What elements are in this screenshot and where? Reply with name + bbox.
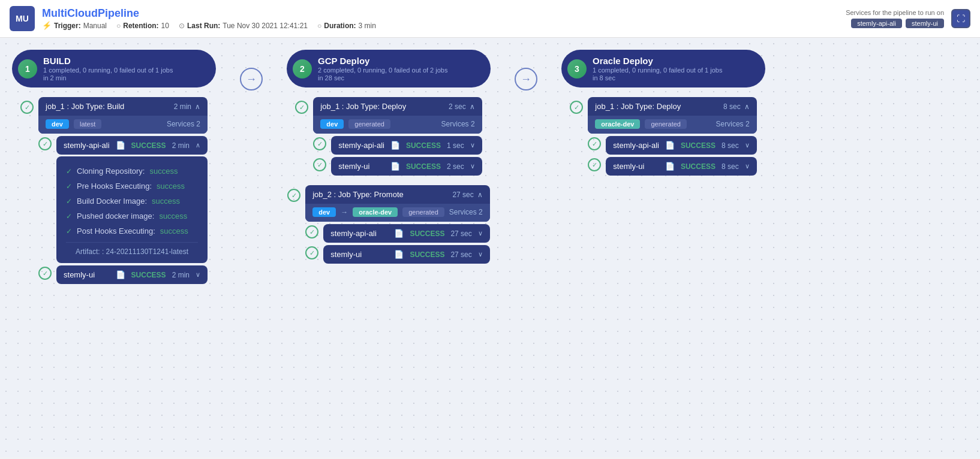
detail-check-icon: ✓ (66, 167, 72, 176)
job-tags: dev→oracle-devgenerated Services 2 (305, 204, 490, 222)
status-time: 2 min (172, 271, 190, 279)
pipeline-meta: ⚡ Trigger: Manual ○ Retention: 10 ⊙ Last… (42, 21, 838, 30)
status-time: 8 sec (722, 141, 739, 150)
retention-meta: ○ Retention: 10 (116, 22, 169, 30)
job-header: job_1 : Job Type: Deploy 2 sec ∧ (313, 97, 482, 116)
services-count: Services 2 (449, 208, 483, 216)
tag-latest: latest (74, 119, 101, 129)
avatar: MU (10, 6, 35, 31)
stage-name: GCP Deploy (318, 56, 447, 66)
service-row: stemly-api-ali 📄 SUCCESS 8 sec ∨ (606, 136, 756, 155)
job-card: job_2 : Job Type: Promote 27 sec ∧ dev→o… (305, 185, 490, 222)
detail-value: success (159, 212, 187, 221)
job-check-circle: ✓ (570, 101, 583, 114)
status-time: 8 sec (722, 162, 739, 171)
job-controls: 27 sec ∧ (452, 191, 482, 199)
stage-header: 1 BUILD 1 completed, 0 running, 0 failed… (12, 50, 216, 87)
tag-dev: dev (320, 119, 344, 129)
stage-arrow: → (515, 50, 537, 90)
services-count: Services 2 (167, 120, 200, 128)
artifact-row: Artifact: : 24-20211130T1241-latest (66, 242, 198, 256)
detail-value: success (149, 167, 178, 176)
job-time: 8 sec (723, 102, 741, 111)
status-time: 1 sec (447, 141, 464, 150)
job-chevron-icon[interactable]: ∧ (470, 102, 475, 111)
check-circle: ✓ (305, 246, 318, 259)
check-circle: ✓ (305, 225, 318, 238)
service-tag-api: stemly-api-ali (851, 19, 902, 28)
tag-oracle-dev: oracle-dev (353, 207, 398, 217)
chevron-icon[interactable]: ∨ (478, 250, 483, 258)
stage-column: 3 Oracle Deploy 1 completed, 0 running, … (561, 50, 765, 176)
job-tags: oracle-devgenerated Services 2 (588, 116, 756, 134)
last-run-meta: ⊙ Last Run: Tue Nov 30 2021 12:41:21 (179, 22, 308, 30)
service-row: stemly-ui 📄 SUCCESS 8 sec ∨ (606, 157, 756, 176)
stage-info: BUILD 1 completed, 0 running, 0 failed o… (43, 56, 173, 81)
detail-label: Pre Hooks Executing: (77, 182, 152, 191)
job-chevron-icon[interactable]: ∧ (195, 102, 200, 111)
fullscreen-button[interactable]: ⛶ (951, 9, 970, 28)
stage-desc2: in 2 min (43, 74, 173, 81)
status-time: 27 sec (450, 230, 471, 238)
page-header: MU MultiCloudPipeline ⚡ Trigger: Manual … (0, 0, 980, 38)
chevron-icon[interactable]: ∨ (745, 141, 750, 149)
job-chevron-icon[interactable]: ∧ (744, 102, 750, 111)
status-success: SUCCESS (410, 250, 444, 259)
check-circle: ✓ (313, 137, 326, 150)
status-success: SUCCESS (406, 141, 441, 150)
service-row: stemly-api-ali 📄 SUCCESS 2 min ∧ (56, 136, 208, 155)
job-title: job_1 : Job Type: Build (46, 102, 124, 111)
service-name: stemly-api-ali (338, 141, 384, 150)
job-tags: devgenerated Services 2 (313, 116, 482, 134)
stage-desc: 1 completed, 0 running, 0 failed out of … (593, 67, 722, 74)
chevron-icon[interactable]: ∨ (470, 162, 475, 170)
service-name: stemly-api-ali (613, 141, 659, 150)
job-controls: 2 sec ∧ (449, 102, 475, 111)
job-tags: devlatest Services 2 (38, 116, 208, 134)
service-row: stemly-ui 📄 SUCCESS 27 sec ∨ (323, 245, 490, 264)
tag-generated: generated (645, 119, 687, 129)
job-chevron-icon[interactable]: ∧ (477, 191, 483, 199)
services-header: Services for the pipeline to run on stem… (846, 9, 944, 28)
header-info: MultiCloudPipeline ⚡ Trigger: Manual ○ R… (42, 7, 838, 30)
job-title: job_1 : Job Type: Deploy (320, 102, 406, 111)
status-success: SUCCESS (681, 162, 716, 171)
detail-row: ✓ Build Docker Image: success (66, 194, 198, 209)
job-card: job_1 : Job Type: Build 2 min ∧ devlates… (38, 97, 208, 134)
service-tag-ui: stemly-ui (906, 19, 944, 28)
status-success: SUCCESS (131, 141, 166, 150)
check-circle: ✓ (38, 137, 52, 150)
stage-desc2: in 28 sec (318, 74, 447, 81)
chevron-icon[interactable]: ∨ (470, 141, 475, 149)
stage-column: 2 GCP Deploy 2 completed, 0 running, 0 f… (287, 50, 491, 264)
stage-num: 1 (18, 59, 37, 78)
file-icon: 📄 (390, 141, 400, 150)
stage-name: Oracle Deploy (593, 56, 722, 66)
chevron-icon[interactable]: ∨ (745, 162, 750, 170)
tag-oracle-dev: oracle-dev (595, 119, 640, 129)
job-title: job_2 : Job Type: Promote (312, 190, 404, 199)
chevron-icon[interactable]: ∧ (196, 141, 200, 149)
job-controls: 8 sec ∧ (723, 102, 750, 111)
file-icon: 📄 (665, 141, 675, 150)
arrow-circle: → (240, 68, 263, 90)
stage-info: GCP Deploy 2 completed, 0 running, 0 fai… (318, 56, 447, 81)
service-row: stemly-api-ali 📄 SUCCESS 1 sec ∨ (331, 136, 482, 155)
chevron-icon[interactable]: ∨ (478, 230, 483, 237)
chevron-icon[interactable]: ∨ (196, 271, 200, 279)
pipeline-canvas: 1 BUILD 1 completed, 0 running, 0 failed… (0, 38, 980, 457)
file-icon: 📄 (116, 270, 125, 279)
job-title: job_1 : Job Type: Deploy (595, 102, 681, 111)
service-name: stemly-ui (338, 162, 384, 171)
check-circle: ✓ (38, 267, 52, 280)
stage-name: BUILD (43, 56, 173, 66)
stage-arrow: → (240, 50, 263, 90)
detail-check-icon: ✓ (66, 197, 72, 206)
stage-desc: 1 completed, 0 running, 0 failed out of … (43, 67, 173, 74)
job-header: job_1 : Job Type: Deploy 8 sec ∧ (588, 97, 756, 116)
detail-value: success (157, 182, 185, 191)
duration-meta: ○ Duration: 3 min (317, 22, 376, 30)
status-time: 2 sec (447, 162, 464, 171)
detail-check-icon: ✓ (66, 182, 72, 191)
detail-label: Cloning Repository: (77, 167, 145, 176)
